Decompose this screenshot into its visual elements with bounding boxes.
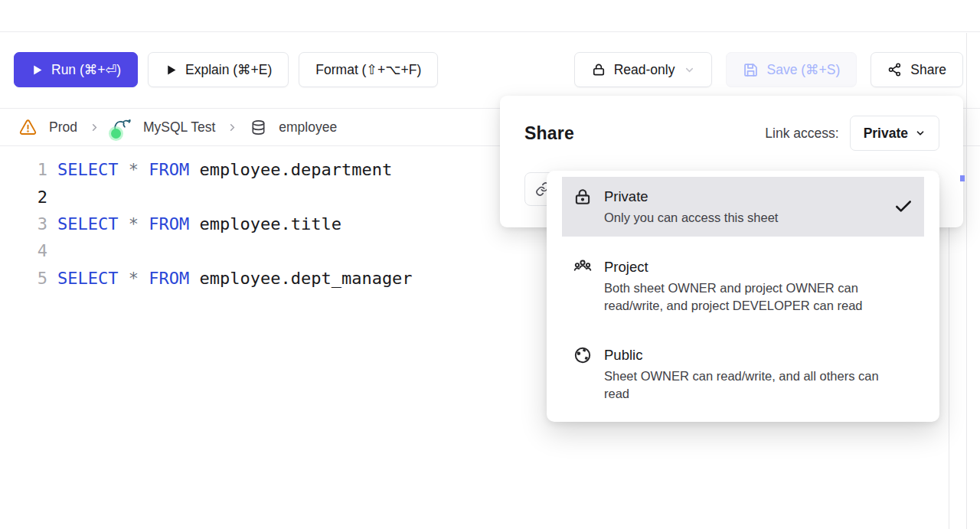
- access-option-description: Sheet OWNER can read/write, and all othe…: [604, 367, 886, 403]
- database-label: employee: [279, 119, 337, 136]
- editor-toolbar: Run (⌘+⏎) Explain (⌘+E) Format (⇧+⌥+F) R…: [14, 52, 963, 87]
- chevron-right-icon: [89, 122, 100, 133]
- instance-label: MySQL Test: [143, 119, 215, 136]
- run-button-label: Run (⌘+⏎): [51, 62, 121, 78]
- share-popup-title: Share: [524, 123, 574, 144]
- mysql-dolphin-icon: [112, 117, 132, 137]
- share-button[interactable]: Share: [871, 52, 963, 87]
- code-text: SELECT * FROM employee.title: [47, 214, 341, 233]
- access-option-private[interactable]: Private Only you can access this sheet: [562, 177, 924, 237]
- line-number: 4: [0, 241, 47, 260]
- instance-status-dot: [111, 129, 121, 139]
- toolbar-left-group: Run (⌘+⏎) Explain (⌘+E) Format (⇧+⌥+F): [14, 52, 438, 87]
- access-option-description: Both sheet OWNER and project OWNER can r…: [604, 279, 886, 315]
- check-icon: [893, 197, 913, 217]
- code-text: SELECT * FROM employee.dept_manager: [47, 269, 413, 288]
- warning-triangle-icon: [18, 118, 38, 137]
- link-access-dropdown[interactable]: Private: [850, 116, 939, 151]
- readonly-mode-dropdown[interactable]: Read-only: [574, 52, 713, 87]
- breadcrumb-environment[interactable]: Prod: [18, 118, 77, 137]
- access-option-title: Public: [604, 345, 886, 365]
- format-button-label: Format (⇧+⌥+F): [315, 62, 421, 78]
- line-number: 2: [0, 188, 47, 207]
- access-option-title: Private: [604, 186, 886, 207]
- line-number: 3: [0, 214, 47, 233]
- lock-icon: [573, 187, 593, 207]
- lock-icon: [591, 62, 606, 77]
- access-option-title: Project: [604, 256, 886, 277]
- link-access-label: Link access:: [765, 126, 838, 142]
- breadcrumb-database[interactable]: employee: [250, 119, 337, 136]
- database-icon: [250, 119, 267, 136]
- save-floppy-icon: [743, 62, 759, 78]
- explain-button[interactable]: Explain (⌘+E): [148, 52, 289, 87]
- globe-icon: [573, 345, 593, 365]
- format-button[interactable]: Format (⇧+⌥+F): [299, 52, 438, 87]
- play-icon: [165, 64, 178, 77]
- chevron-down-icon: [684, 64, 695, 76]
- line-number: 1: [0, 160, 47, 179]
- link-access-control: Link access: Private: [765, 116, 939, 151]
- access-option-project[interactable]: Project Both sheet OWNER and project OWN…: [562, 247, 924, 325]
- link-access-value: Private: [864, 126, 908, 142]
- right-panel-divider: [966, 33, 967, 529]
- share-button-label: Share: [910, 62, 946, 78]
- code-text: SELECT * FROM employee.department: [47, 160, 392, 179]
- top-bar: [0, 0, 980, 32]
- breadcrumb-instance[interactable]: MySQL Test: [112, 117, 215, 137]
- access-option-public[interactable]: Public Sheet OWNER can read/write, and a…: [562, 335, 924, 413]
- save-button[interactable]: Save (⌘+S): [726, 52, 857, 87]
- explain-button-label: Explain (⌘+E): [185, 62, 272, 78]
- access-option-description: Only you can access this sheet: [604, 209, 886, 227]
- environment-label: Prod: [49, 119, 77, 136]
- share-icon: [887, 62, 903, 77]
- run-button[interactable]: Run (⌘+⏎): [14, 52, 138, 87]
- save-button-label: Save (⌘+S): [766, 62, 840, 78]
- users-icon: [573, 257, 593, 277]
- share-popup-header: Share Link access: Private: [500, 96, 963, 151]
- line-number: 5: [0, 269, 47, 288]
- link-access-menu: Private Only you can access this sheet P…: [547, 171, 939, 422]
- selection-indicator: [960, 175, 965, 181]
- chevron-down-icon: [915, 128, 926, 139]
- readonly-label: Read-only: [614, 62, 675, 78]
- chevron-right-icon: [227, 122, 238, 133]
- play-icon: [31, 64, 44, 77]
- toolbar-right-group: Read-only Save (⌘+S) Share: [574, 52, 963, 87]
